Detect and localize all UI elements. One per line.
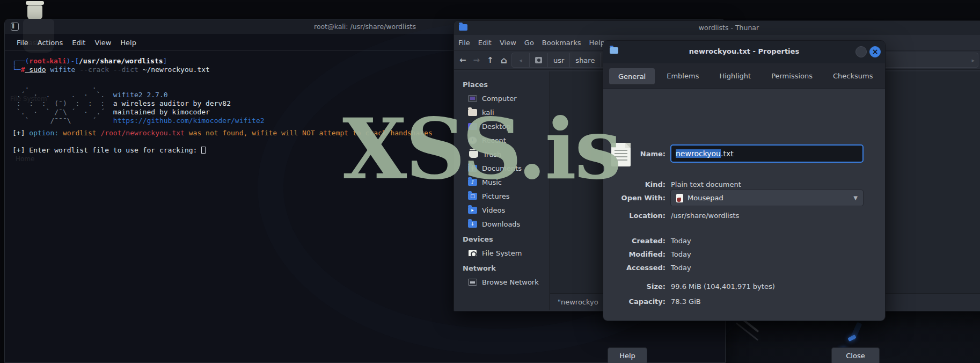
sidebar-item-file-system[interactable]: File System (454, 246, 549, 259)
tab-permissions[interactable]: Permissions (762, 68, 822, 85)
properties-dialog: newrockyou.txt - Properties × General Em… (603, 40, 886, 321)
terminal-cursor (201, 147, 206, 154)
close-icon[interactable]: × (869, 46, 881, 57)
prompt-line-2: └─# sudo wifite --crack --dict ~/newrock… (12, 66, 210, 74)
tab-highlight[interactable]: Highlight (710, 68, 760, 85)
trash-can (27, 5, 42, 19)
created-label: Created: (608, 237, 665, 245)
open-with-label: Open With: (608, 194, 665, 202)
music-folder-icon: ♪ (468, 179, 477, 186)
thunar-menu-bookmarks[interactable]: Bookmarks (542, 39, 581, 47)
size-value: 99.6 MiB (104,401,971 bytes) (671, 282, 775, 291)
prompt-line-1: ┌──(root☠kali)-[/usr/share/wordlists] (12, 57, 167, 66)
network-icon (468, 279, 477, 286)
kind-value: Plain text document (671, 180, 741, 188)
sidebar-item-computer[interactable]: Computer (454, 92, 549, 105)
faint-trash-label: Trash (23, 39, 40, 47)
sidebar-item-videos[interactable]: ▸Videos (454, 204, 549, 216)
downloads-folder-icon: ↓ (468, 221, 477, 228)
wifite-banner-line: : : : (¯) : : : a wireless auditor by de… (12, 99, 231, 108)
sidebar-header-places: Places (454, 78, 549, 91)
accessed-label: Accessed: (608, 264, 665, 272)
desktop-trash-icon[interactable] (25, 1, 46, 19)
thunar-sidebar: Places Computer kali Desktop Recent Tras… (454, 71, 550, 310)
thunar-titlebar: wordlists - Thunar (454, 21, 980, 35)
filesystem-drive-icon (468, 250, 477, 257)
sidebar-item-recent[interactable]: Recent (454, 134, 549, 147)
pictures-folder-icon: □ (468, 193, 477, 200)
file-item-asploit[interactable]: → asploit (973, 84, 980, 122)
thunar-menu-go[interactable]: Go (524, 39, 534, 47)
home-folder-icon (468, 109, 477, 116)
desktop: ▌ root@kali: /usr/share/wordlists File A… (0, 0, 980, 363)
name-input[interactable]: newrockyou.txt (670, 144, 864, 163)
sidebar-item-documents[interactable]: ╋Documents (454, 162, 549, 175)
faint-trash-silhouette (23, 19, 54, 53)
tab-checksums[interactable]: Checksums (824, 68, 882, 85)
chevron-down-icon: ▼ (853, 195, 858, 201)
path-scroll-left-icon[interactable]: ◂ (512, 53, 530, 67)
sidebar-item-kali[interactable]: kali (454, 106, 549, 119)
enter-wordlist-line[interactable]: [+] Enter wordlist file to use for crack… (12, 146, 206, 155)
file-item-youtxt[interactable]: → you.txt (973, 136, 980, 173)
thunar-folder-icon (459, 24, 467, 31)
thunar-menu-view[interactable]: View (500, 39, 516, 47)
sidebar-item-trash[interactable]: Trash (454, 148, 549, 161)
help-button[interactable]: Help (608, 347, 647, 363)
thunar-title: wordlists - Thunar (699, 24, 759, 32)
path-crumb-share[interactable]: share (570, 53, 601, 67)
videos-folder-icon: ▸ (468, 207, 477, 214)
path-scroll-right-icon[interactable]: ▸ (971, 57, 975, 64)
dialog-tab-bar: General Emblems Highlight Permissions Ch… (603, 63, 885, 89)
sidebar-header-network: Network (454, 262, 549, 274)
path-crumb-usr[interactable]: usr (548, 53, 570, 67)
thunar-menu-edit[interactable]: Edit (478, 39, 492, 47)
kind-label: Kind: (608, 180, 665, 188)
minimize-button[interactable] (855, 46, 867, 57)
home-icon[interactable]: ⌂ (501, 55, 507, 66)
accessed-value: Today (671, 264, 691, 272)
sidebar-item-downloads[interactable]: ↓Downloads (454, 217, 549, 230)
sidebar-item-music[interactable]: ♪Music (454, 176, 549, 188)
thunar-menu-file[interactable]: File (458, 39, 470, 47)
wifite-banner-line: . . (12, 82, 113, 91)
trash-lid (26, 1, 44, 5)
wifite-banner-line: ` /¯¯¯\ ´ https://github.com/kimocoder/w… (12, 117, 265, 125)
close-button[interactable]: Close (831, 347, 880, 363)
name-label: Name: (608, 150, 665, 158)
wifite-banner-line: `. · ` /¯\ ´ · .´ maintained by kimocode… (12, 108, 210, 117)
computer-icon (468, 95, 477, 102)
open-with-dropdown[interactable]: Mousepad ▼ (670, 190, 864, 206)
created-value: Today (671, 237, 691, 245)
forward-icon[interactable]: → (473, 55, 480, 65)
path-root-button[interactable] (530, 53, 548, 67)
location-value: /usr/share/wordlists (671, 212, 739, 220)
wifite-banner-line: .´ · . . · `. wifite2 2.7.0 (12, 91, 168, 99)
modified-value: Today (671, 250, 691, 258)
faint-home-label: Home (16, 155, 34, 163)
documents-folder-icon: ╋ (468, 165, 477, 172)
wordlist-warning-line: [+] option: wordlist /root/newrockyou.tx… (12, 129, 433, 137)
up-icon[interactable]: ↑ (487, 55, 494, 65)
desktop-folder-icon (468, 123, 477, 130)
recent-clock-icon (468, 136, 477, 144)
capacity-value: 78.3 GiB (671, 297, 701, 306)
mousepad-icon (676, 194, 683, 202)
tab-general[interactable]: General (609, 68, 655, 85)
trash-icon (469, 151, 478, 158)
sidebar-header-devices: Devices (454, 233, 549, 245)
size-label: Size: (608, 282, 665, 291)
dialog-title: newrockyou.txt - Properties (689, 47, 799, 55)
drive-icon (535, 57, 542, 63)
sidebar-item-browse-network[interactable]: Browse Network (454, 275, 549, 288)
tab-emblems[interactable]: Emblems (657, 68, 708, 85)
back-icon[interactable]: ← (459, 55, 466, 65)
location-label: Location: (608, 212, 665, 220)
dialog-folder-icon (610, 47, 618, 54)
sidebar-item-pictures[interactable]: □Pictures (454, 190, 549, 202)
sidebar-item-desktop[interactable]: Desktop (454, 120, 549, 133)
modified-label: Modified: (608, 250, 665, 258)
selected-text: newrockyou (676, 149, 721, 158)
capacity-label: Capacity: (608, 297, 665, 306)
dialog-titlebar: newrockyou.txt - Properties × (603, 41, 885, 63)
